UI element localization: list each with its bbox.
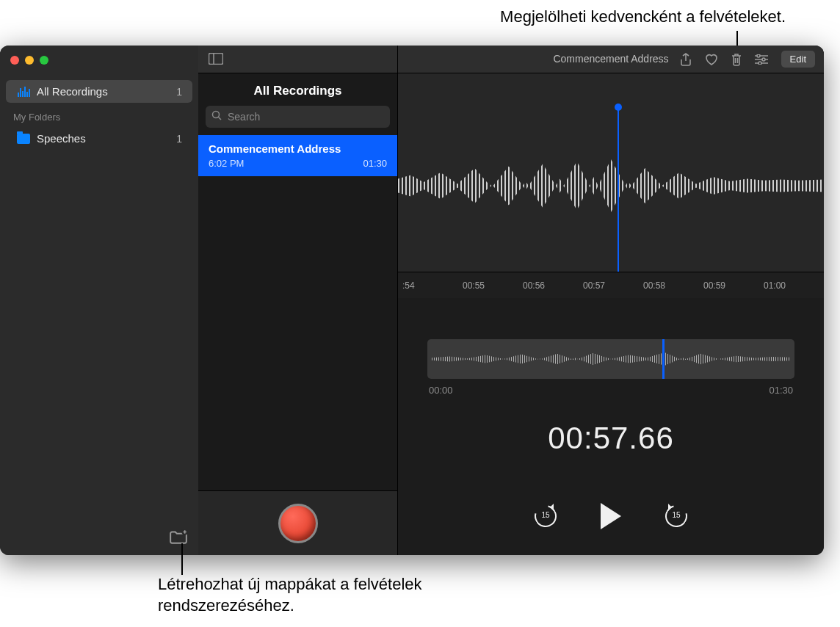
list-header <box>198 46 397 73</box>
sidebar-item-label: Speeches <box>37 132 86 145</box>
app-window: All Recordings 1 My Folders Speeches 1 A… <box>0 46 824 555</box>
edit-button[interactable]: Edit <box>781 51 815 68</box>
toggle-sidebar-button[interactable] <box>209 53 223 68</box>
overview-start-time: 00:00 <box>429 385 453 396</box>
play-icon <box>601 503 621 529</box>
ruler-tick: 00:57 <box>583 280 643 291</box>
options-button[interactable] <box>755 54 768 65</box>
recording-row[interactable]: Commencement Address 6:02 PM 01:30 <box>198 135 397 176</box>
skip-back-label: 15 <box>535 511 557 519</box>
close-window-button[interactable] <box>10 56 19 65</box>
svg-point-9 <box>762 58 765 61</box>
waveform-icon <box>16 86 31 98</box>
zoom-window-button[interactable] <box>40 56 48 65</box>
window-traffic-lights <box>10 56 48 65</box>
skip-back-button[interactable]: 15 <box>535 505 557 527</box>
overview-playhead[interactable] <box>662 339 665 379</box>
overview-end-time: 01:30 <box>769 385 793 396</box>
search-icon <box>211 110 222 123</box>
recording-time: 6:02 PM <box>209 158 244 169</box>
svg-point-3 <box>213 112 220 118</box>
callout-line-bottom <box>181 543 183 575</box>
ruler-tick: :54 <box>402 280 463 291</box>
titlebar: Commencement Address Edit <box>398 46 824 73</box>
callout-favorite: Megjelölheti kedvencként a felvételeket. <box>345 7 800 26</box>
current-time-display: 00:57.66 <box>398 421 824 456</box>
svg-line-4 <box>219 117 222 120</box>
sidebar-item-count: 1 <box>176 133 182 145</box>
svg-point-10 <box>758 62 761 65</box>
recording-duration: 01:30 <box>363 158 387 169</box>
ruler-tick: 00:58 <box>643 280 703 291</box>
record-button[interactable] <box>278 504 318 543</box>
time-ruler: :54 00:55 00:56 00:57 00:58 00:59 01:00 <box>398 272 824 298</box>
overview-scrubber[interactable] <box>427 339 794 379</box>
recording-name: Commencement Address <box>209 142 387 155</box>
callout-new-folder: Létrehozhat új mappákat a felvételek ren… <box>158 574 525 616</box>
transport-controls: 15 15 <box>398 503 824 529</box>
list-title: All Recordings <box>198 73 397 106</box>
ruler-tick: 00:59 <box>703 280 764 291</box>
playhead[interactable] <box>618 107 619 298</box>
minimize-window-button[interactable] <box>25 56 34 65</box>
sidebar-item-speeches[interactable]: Speeches 1 <box>6 127 192 150</box>
play-button[interactable] <box>601 503 621 529</box>
ruler-tick: 00:55 <box>463 280 523 291</box>
ruler-tick: 00:56 <box>523 280 583 291</box>
folder-icon <box>16 133 31 145</box>
sidebar-item-all-recordings[interactable]: All Recordings 1 <box>6 80 192 103</box>
record-footer <box>198 490 397 555</box>
recordings-list-pane: All Recordings Commencement Address 6:02… <box>198 46 398 555</box>
favorite-button[interactable] <box>705 54 718 65</box>
search-input[interactable] <box>206 106 390 128</box>
waveform-area[interactable]: :54 00:55 00:56 00:57 00:58 00:59 01:00 <box>398 73 824 298</box>
ruler-tick: 01:00 <box>764 280 824 291</box>
svg-rect-1 <box>209 54 223 65</box>
skip-forward-label: 15 <box>665 511 687 519</box>
sidebar-section-my-folders: My Folders <box>0 104 198 126</box>
share-button[interactable] <box>680 53 692 66</box>
waveform-graphic <box>398 142 824 230</box>
sidebar-item-count: 1 <box>176 86 182 98</box>
detail-pane: Commencement Address Edit <box>398 46 824 555</box>
sidebar: All Recordings 1 My Folders Speeches 1 <box>0 46 198 555</box>
delete-button[interactable] <box>731 53 742 66</box>
svg-point-8 <box>757 54 760 57</box>
new-folder-button[interactable] <box>169 529 188 545</box>
skip-forward-button[interactable]: 15 <box>665 505 687 527</box>
overview-waveform-graphic <box>432 346 790 372</box>
sidebar-item-label: All Recordings <box>37 85 108 98</box>
window-title: Commencement Address <box>553 53 668 65</box>
